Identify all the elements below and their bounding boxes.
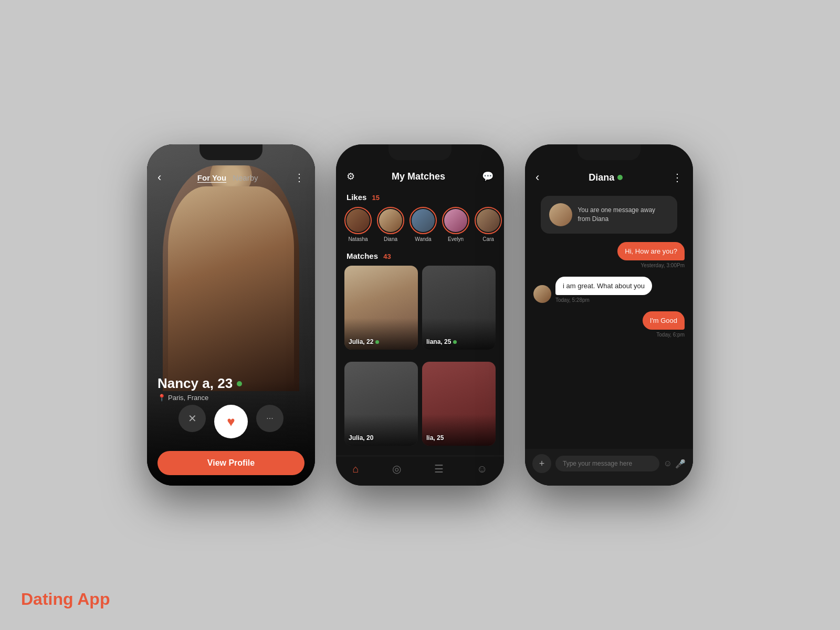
message-row-sent-2: I'm Good Today, 6:pm bbox=[533, 311, 685, 338]
diana-avatar bbox=[549, 203, 572, 226]
like-avatar-cara[interactable]: Cara bbox=[475, 207, 502, 242]
match-name-julia2: Julia, 20 bbox=[349, 434, 373, 442]
bubble-received: i am great. What about you bbox=[555, 277, 652, 295]
bubble-sent-1: Hi, How are you? bbox=[617, 242, 685, 260]
view-profile-button[interactable]: View Profile bbox=[158, 451, 304, 475]
match-card-liana[interactable]: liana, 25 bbox=[422, 266, 496, 350]
match-card-lia[interactable]: lia, 25 bbox=[422, 362, 496, 446]
back-button[interactable]: ‹ bbox=[158, 171, 161, 184]
match-card-julia[interactable]: Julia, 22 bbox=[344, 266, 418, 350]
more-options-button[interactable]: ⋮ bbox=[294, 171, 304, 184]
diana-online-dot bbox=[617, 175, 623, 180]
nav-location-icon[interactable]: ◎ bbox=[392, 463, 401, 475]
mic-icon[interactable]: 🎤 bbox=[675, 459, 686, 469]
chat-title: Diana bbox=[589, 172, 623, 183]
nav-home-icon[interactable]: ⌂ bbox=[353, 463, 359, 475]
phone-2: ⚙ My Matches 💬 Likes 15 Natasha Diana bbox=[336, 144, 504, 486]
chat-input-icons: ☺ 🎤 bbox=[664, 459, 686, 469]
chat-area: You are one message away from Diana Hi, … bbox=[525, 191, 693, 449]
profile-name: Nancy a, 23 bbox=[158, 375, 304, 392]
like-avatar-natasha[interactable]: Natasha bbox=[344, 207, 372, 242]
tab-nearby[interactable]: Nearby bbox=[233, 173, 258, 182]
msg-time-1: Yesterday, 3:00Pm bbox=[641, 262, 685, 268]
match-name-liana: liana, 25 bbox=[426, 338, 457, 345]
emoji-icon[interactable]: ☺ bbox=[664, 459, 672, 469]
likes-section-label: Likes 15 bbox=[336, 188, 504, 205]
bottom-nav: ⌂ ◎ ☰ ☺ bbox=[336, 456, 504, 486]
phone3-header: ‹ Diana ⋮ bbox=[525, 144, 693, 191]
like-avatar-evelyn[interactable]: Evelyn bbox=[442, 207, 469, 242]
online-dot-julia bbox=[375, 340, 379, 344]
nav-bookmark-icon[interactable]: ☰ bbox=[434, 463, 444, 475]
bubble-sent-2: I'm Good bbox=[643, 311, 685, 330]
profile-info: Nancy a, 23 📍 Paris, France bbox=[158, 375, 304, 402]
online-dot-liana bbox=[453, 340, 457, 344]
message-button[interactable]: ··· bbox=[256, 405, 284, 432]
chat-more-button[interactable]: ⋮ bbox=[672, 171, 682, 184]
like-avatar-wanda[interactable]: Wanda bbox=[410, 207, 437, 242]
received-message-content: i am great. What about you Today, 5:28pm bbox=[555, 277, 652, 303]
chat-icon[interactable]: 💬 bbox=[482, 171, 494, 182]
message-input[interactable] bbox=[555, 456, 659, 471]
app-branding: Dating App bbox=[21, 590, 110, 609]
add-attachment-button[interactable]: + bbox=[532, 454, 551, 473]
action-buttons: ✕ ♥ ··· bbox=[147, 405, 315, 438]
profile-location: 📍 Paris, France bbox=[158, 394, 304, 402]
phone-3: ‹ Diana ⋮ You are one message away from … bbox=[525, 144, 693, 486]
tab-for-you[interactable]: For You bbox=[197, 173, 226, 182]
nav-profile-icon[interactable]: ☺ bbox=[477, 463, 487, 475]
phone1-tabs: For You Nearby bbox=[197, 173, 258, 182]
chat-input-bar: + ☺ 🎤 bbox=[525, 449, 693, 486]
filter-icon[interactable]: ⚙ bbox=[346, 171, 355, 182]
msg-time-3: Today, 6:pm bbox=[656, 332, 685, 338]
msg-time-2: Today, 5:28pm bbox=[555, 297, 590, 303]
phone-1: ‹ For You Nearby ⋮ Nancy a, 23 bbox=[147, 144, 315, 486]
chat-back-button[interactable]: ‹ bbox=[536, 171, 539, 184]
match-name-lia: lia, 25 bbox=[426, 434, 444, 442]
location-pin-icon: 📍 bbox=[158, 394, 166, 402]
like-avatar-diana[interactable]: Diana bbox=[377, 207, 404, 242]
online-indicator bbox=[237, 381, 242, 386]
match-name-julia: Julia, 22 bbox=[349, 338, 379, 345]
message-row-sent-1: Hi, How are you? Yesterday, 3:00Pm bbox=[533, 242, 685, 268]
message-row-received: i am great. What about you Today, 5:28pm bbox=[533, 277, 685, 303]
matches-title: My Matches bbox=[392, 171, 445, 182]
match-card-julia2[interactable]: Julia, 20 bbox=[344, 362, 418, 446]
likes-row: Natasha Diana Wanda Evelyn Cara bbox=[336, 205, 504, 247]
intro-text: You are one message away from Diana bbox=[578, 206, 668, 224]
matches-section-label: Matches 43 bbox=[336, 247, 504, 264]
dislike-button[interactable]: ✕ bbox=[178, 405, 206, 432]
matches-grid: Julia, 22 liana, 25 Julia, 20 bbox=[336, 264, 504, 456]
phone1-header: ‹ For You Nearby ⋮ bbox=[147, 144, 315, 190]
diana-avatar-small bbox=[533, 285, 551, 303]
phone2-header: ⚙ My Matches 💬 bbox=[336, 144, 504, 188]
like-button[interactable]: ♥ bbox=[214, 405, 248, 438]
intro-bubble: You are one message away from Diana bbox=[541, 196, 677, 234]
